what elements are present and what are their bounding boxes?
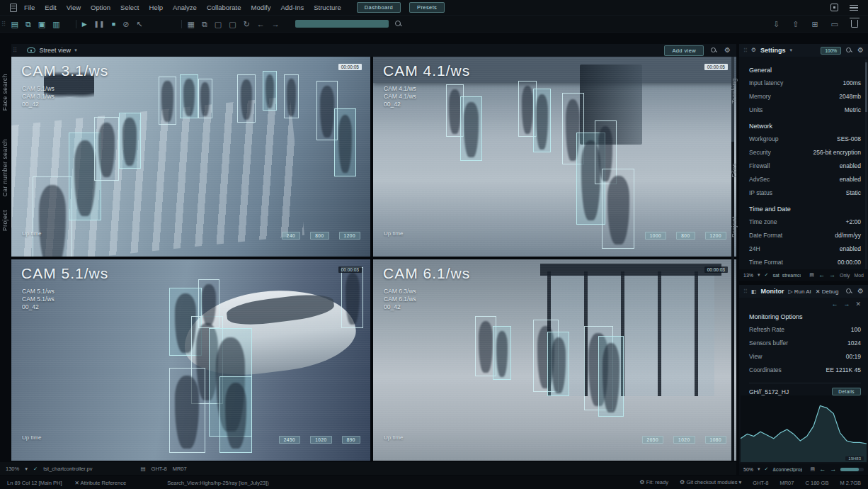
gear-icon[interactable]: ⚙ bbox=[857, 288, 864, 295]
menu-item-view[interactable]: View bbox=[67, 4, 81, 11]
close-icon[interactable]: ✕ bbox=[75, 480, 81, 486]
git-checkout[interactable]: Git checkout modules bbox=[686, 479, 737, 485]
pause-icon[interactable]: ❚❚ bbox=[94, 19, 105, 29]
camera-chip[interactable]: 800 bbox=[310, 232, 329, 240]
caret-down-icon[interactable]: ▾ bbox=[758, 272, 760, 278]
search-icon[interactable] bbox=[846, 47, 852, 54]
frame2-icon[interactable]: ▢ bbox=[229, 19, 236, 29]
chevron-down-icon[interactable]: ▾ bbox=[790, 47, 793, 53]
settings-zoom-level[interactable]: 13% bbox=[743, 273, 753, 278]
setting-value[interactable]: +2:00 bbox=[845, 215, 861, 229]
search-icon[interactable] bbox=[394, 20, 403, 28]
settings-scrollbar[interactable] bbox=[865, 60, 867, 272]
menu-item-file[interactable]: File bbox=[24, 4, 35, 11]
debug-button[interactable]: ✕ Debug bbox=[816, 288, 839, 295]
menu-item-modify[interactable]: Modify bbox=[251, 4, 270, 11]
camera-chip[interactable]: 2450 bbox=[279, 436, 300, 444]
presets-button[interactable]: Presets bbox=[409, 2, 445, 13]
gear-icon[interactable]: ⚙ bbox=[857, 47, 864, 54]
search-icon[interactable] bbox=[846, 288, 852, 295]
back-arrow-icon[interactable]: ← bbox=[819, 466, 826, 473]
details-button[interactable]: Details bbox=[832, 388, 861, 395]
stack-icon[interactable]: ⧉ bbox=[202, 19, 207, 29]
film-icon[interactable]: ▦ bbox=[188, 19, 195, 29]
attribute-reference[interactable]: Attribute Reference bbox=[81, 480, 127, 486]
import-icon[interactable]: ⇩ bbox=[773, 19, 780, 29]
back-arrow-icon[interactable]: ← bbox=[818, 271, 825, 279]
toolbar-search-input[interactable] bbox=[295, 20, 389, 28]
tab-files[interactable]: Files bbox=[731, 163, 738, 177]
setting-value[interactable]: 00:00:00 bbox=[838, 256, 861, 269]
setting-value[interactable]: 256-bit encryption bbox=[813, 146, 861, 159]
setting-value[interactable]: 100ms bbox=[843, 77, 861, 90]
setting-value[interactable]: Metric bbox=[845, 103, 861, 117]
main-zoom-level[interactable]: 130% bbox=[6, 466, 19, 472]
copy-icon[interactable]: ⧉ bbox=[25, 19, 31, 29]
camera-chip[interactable]: 2650 bbox=[642, 436, 663, 444]
option-value[interactable]: 1024 bbox=[847, 337, 861, 350]
back-arrow-icon[interactable]: ← bbox=[257, 19, 265, 29]
layers-icon[interactable]: ▤ bbox=[11, 19, 18, 29]
camera-chip[interactable]: 1200 bbox=[705, 232, 726, 240]
sidebar-item-project[interactable]: Project bbox=[1, 210, 8, 231]
list-icon[interactable]: ▤ bbox=[811, 466, 816, 472]
forward-arrow-icon[interactable]: → bbox=[843, 300, 850, 308]
camera-chip[interactable]: 1080 bbox=[705, 436, 726, 444]
camera-chip[interactable]: 1000 bbox=[645, 232, 666, 240]
board-icon[interactable]: ▣ bbox=[38, 19, 45, 29]
trash-icon[interactable] bbox=[851, 20, 858, 28]
caret-down-icon[interactable]: ▾ bbox=[25, 466, 28, 472]
option-value[interactable]: 00:19 bbox=[846, 350, 861, 364]
run-ai-button[interactable]: ▷ Run AI bbox=[788, 288, 811, 295]
select-cursor-icon[interactable]: ↖ bbox=[136, 19, 142, 29]
stop-icon[interactable]: ■ bbox=[112, 19, 115, 29]
camera-feed-cam4[interactable]: CAM 4.1/wsCAM 4.1/ws CAM 4.1/ws 00_42Up … bbox=[373, 57, 736, 257]
forward-arrow-icon[interactable]: → bbox=[272, 19, 280, 29]
menu-item-edit[interactable]: Edit bbox=[45, 4, 56, 11]
forward-arrow-icon[interactable]: → bbox=[830, 466, 836, 473]
list-icon[interactable]: ▤ bbox=[809, 272, 814, 278]
menu-item-analyze[interactable]: Analyze bbox=[173, 4, 197, 11]
add-frame-icon[interactable]: ⊞ bbox=[811, 19, 818, 29]
frame-icon[interactable]: ▢ bbox=[215, 19, 222, 29]
caret-down-icon[interactable]: ▾ bbox=[758, 466, 760, 472]
rotate-icon[interactable]: ↻ bbox=[244, 19, 250, 29]
list-icon[interactable]: ▤ bbox=[140, 466, 145, 472]
forward-arrow-icon[interactable]: → bbox=[829, 271, 835, 279]
close-icon[interactable]: ✕ bbox=[855, 300, 861, 308]
caret-down-icon[interactable]: ▾ bbox=[739, 479, 742, 485]
setting-value[interactable]: enabled bbox=[840, 159, 861, 173]
dashboard-button[interactable]: Dashboard bbox=[357, 2, 401, 13]
option-value[interactable]: 100 bbox=[851, 323, 861, 337]
chevron-down-icon[interactable]: ▾ bbox=[74, 47, 77, 53]
play-icon[interactable]: ▶ bbox=[82, 19, 87, 29]
camera-chip[interactable]: 240 bbox=[282, 232, 300, 240]
setting-value[interactable]: 2048mb bbox=[839, 90, 861, 103]
menu-item-add-ins[interactable]: Add-Ins bbox=[280, 4, 304, 11]
frame-empty-icon[interactable]: ▭ bbox=[831, 19, 838, 29]
setting-value[interactable]: enabled bbox=[840, 173, 861, 186]
menu-item-select[interactable]: Select bbox=[120, 4, 139, 11]
back-arrow-icon[interactable]: ← bbox=[831, 300, 838, 308]
zoom-chip[interactable]: 100% bbox=[821, 47, 841, 55]
camera-chip[interactable]: 890 bbox=[342, 436, 360, 444]
add-view-button[interactable]: Add view bbox=[664, 45, 704, 56]
gear-icon[interactable]: ⚙ bbox=[724, 47, 731, 54]
menu-item-structure[interactable]: Structure bbox=[314, 4, 341, 11]
menu-item-collaborate[interactable]: Collaborate bbox=[207, 4, 241, 11]
monitor-zoom-level[interactable]: 50% bbox=[743, 467, 753, 472]
menu-item-option[interactable]: Option bbox=[91, 4, 110, 11]
sidebar-item-face-search[interactable]: Face search bbox=[1, 74, 8, 111]
option-value[interactable]: EE 1211K 45 bbox=[826, 364, 861, 377]
tab-street-view[interactable]: Street view bbox=[40, 47, 72, 54]
export-icon[interactable]: ⇧ bbox=[792, 19, 799, 29]
menu-icon[interactable] bbox=[850, 5, 858, 11]
open-file-name[interactable]: tst_chartcontroller.pv bbox=[43, 466, 92, 472]
camera-chip[interactable]: 800 bbox=[676, 232, 695, 240]
setting-value[interactable]: Static bbox=[846, 186, 861, 200]
setting-value[interactable]: SES-008 bbox=[837, 133, 861, 146]
setting-value[interactable]: dd/mm/yy bbox=[835, 229, 861, 242]
sidebar-item-car-number-search[interactable]: Car number search bbox=[1, 139, 8, 196]
camera-chip[interactable]: 1200 bbox=[339, 232, 360, 240]
search-icon[interactable] bbox=[711, 47, 717, 54]
